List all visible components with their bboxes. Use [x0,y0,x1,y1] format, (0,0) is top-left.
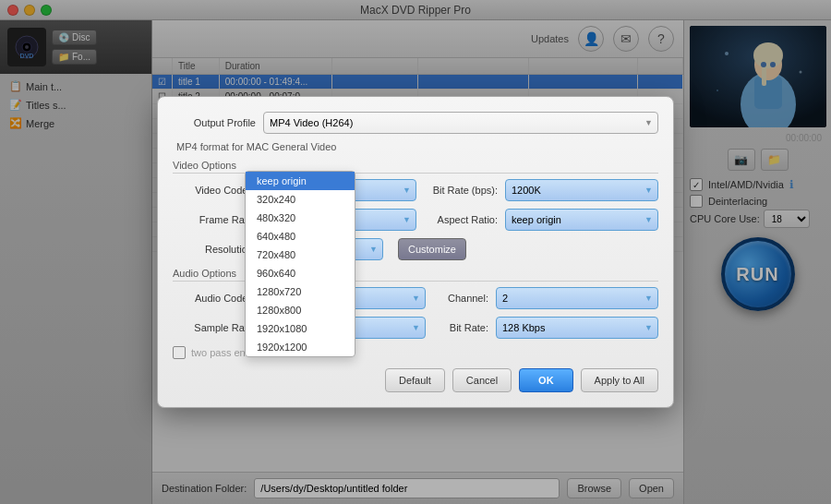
output-profile-label: Output Profile [173,117,256,128]
audio-codec-label: Audio Codec: [173,293,256,304]
bit-rate-label: Bit Rate (bps): [424,185,498,196]
dropdown-item-480x320[interactable]: 480x320 [246,209,355,227]
dropdown-item-640x480[interactable]: 640x480 [246,227,355,246]
channel-select[interactable]: 2 [496,287,658,309]
ok-button[interactable]: OK [519,368,573,392]
output-profile-select-wrap: MP4 Video (H264) [263,112,658,134]
aspect-ratio-wrap: keep origin [505,209,658,231]
dropdown-item-320x240[interactable]: 320x240 [246,190,355,209]
cancel-button[interactable]: Cancel [452,368,512,392]
channel-wrap: 2 [496,287,658,309]
audio-bit-rate-wrap: 128 Kbps [496,317,658,339]
apply-all-button[interactable]: Apply to All [581,368,658,392]
customize-button[interactable]: Customize [398,238,466,260]
dropdown-item-960x640[interactable]: 960x640 [246,264,355,282]
bit-rate-select[interactable]: 1200K [505,179,658,201]
aspect-ratio-select[interactable]: keep origin [505,209,658,231]
output-profile-modal: Output Profile MP4 Video (H264) MP4 form… [157,96,674,408]
dropdown-item-1280x720[interactable]: 1280x720 [246,282,355,301]
sample-rate-label: Sample Rate: [173,322,256,333]
dropdown-item-1280x800[interactable]: 1280x800 [246,301,355,319]
audio-bit-rate-select[interactable]: 128 Kbps [496,317,658,339]
frame-rate-label: Frame Rate: [173,214,256,225]
bit-rate-wrap: 1200K [505,179,658,201]
video-codec-label: Video Codec: [173,185,256,196]
dropdown-item-1920x1080[interactable]: 1920x1080 [246,319,355,338]
audio-bit-rate-label: Bit Rate: [433,322,488,333]
output-profile-select[interactable]: MP4 Video (H264) [263,112,658,134]
resolution-label: Resolution: [173,244,256,255]
two-pass-checkbox[interactable] [173,346,186,359]
modal-subtitle: MP4 format for MAC General Video [173,141,658,152]
channel-label: Channel: [433,293,488,304]
modal-footer: Default Cancel OK Apply to All [173,368,658,392]
modal-overlay: Output Profile MP4 Video (H264) MP4 form… [0,0,831,504]
dropdown-item-720x480[interactable]: 720x480 [246,246,355,264]
aspect-ratio-label: Aspect Ratio: [424,214,498,225]
resolution-dropdown: keep origin 320x240 480x320 640x480 720x… [245,171,355,357]
output-profile-row: Output Profile MP4 Video (H264) [173,112,658,134]
default-button[interactable]: Default [385,368,445,392]
dropdown-item-keep-origin[interactable]: keep origin [246,172,355,190]
dropdown-item-1920x1200[interactable]: 1920x1200 [246,338,355,356]
